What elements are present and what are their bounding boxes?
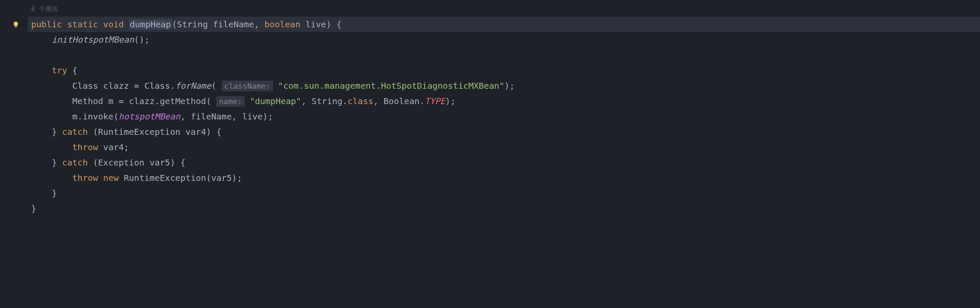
- string-literal: "dumpHeap": [250, 96, 301, 106]
- method-forname: forName: [175, 81, 211, 91]
- keyword-void: void: [103, 19, 124, 29]
- svg-rect-0: [15, 27, 17, 27]
- usage-hint[interactable]: 0 个用法: [28, 3, 980, 17]
- code-line-4[interactable]: try {: [28, 63, 980, 78]
- code-line-1[interactable]: public static void dumpHeap(String fileN…: [28, 17, 980, 32]
- code-area[interactable]: 0 个用法 public static void dumpHeap(String…: [28, 0, 980, 308]
- method-call: initHotspotMBean: [52, 35, 134, 45]
- param-hint-classname: className:: [222, 81, 273, 91]
- code-line-11[interactable]: throw new RuntimeException(var5);: [28, 170, 980, 186]
- code-line-9[interactable]: throw var4;: [28, 139, 980, 155]
- keyword-new: new: [103, 173, 119, 183]
- code-line-13[interactable]: }: [28, 201, 980, 216]
- lightbulb-icon[interactable]: [12, 18, 20, 26]
- keyword-try: try: [52, 65, 67, 76]
- keyword-throw: throw: [72, 173, 98, 183]
- string-literal: "com.sun.management.HotSpotDiagnosticMXB…: [278, 81, 505, 91]
- keyword-static: static: [67, 19, 98, 29]
- code-line-7[interactable]: m.invoke(hotspotMBean, fileName, live);: [28, 109, 980, 124]
- code-line-12[interactable]: }: [28, 186, 980, 201]
- code-line-6[interactable]: Method m = clazz.getMethod( name: "dumpH…: [28, 93, 980, 109]
- keyword-catch: catch: [62, 127, 88, 137]
- param-hint-name: name:: [216, 96, 244, 107]
- code-line-10[interactable]: } catch (Exception var5) {: [28, 155, 980, 170]
- code-line-2[interactable]: initHotspotMBean();: [28, 32, 980, 47]
- keyword-public: public: [31, 19, 62, 29]
- code-line-5[interactable]: Class clazz = Class.forName( className: …: [28, 78, 980, 93]
- keyword-boolean: boolean: [264, 19, 300, 29]
- gutter: [0, 0, 28, 308]
- code-editor[interactable]: 0 个用法 public static void dumpHeap(String…: [0, 0, 980, 308]
- code-line-3[interactable]: [28, 47, 980, 63]
- svg-rect-1: [15, 28, 16, 28]
- field-reference: hotspotMBean: [119, 111, 181, 122]
- keyword-catch: catch: [62, 157, 88, 168]
- keyword-throw: throw: [72, 142, 98, 152]
- type-constant: TYPE: [425, 96, 445, 106]
- code-line-8[interactable]: } catch (RuntimeException var4) {: [28, 124, 980, 139]
- method-name: dumpHeap: [129, 19, 172, 29]
- keyword-class: class: [348, 96, 373, 106]
